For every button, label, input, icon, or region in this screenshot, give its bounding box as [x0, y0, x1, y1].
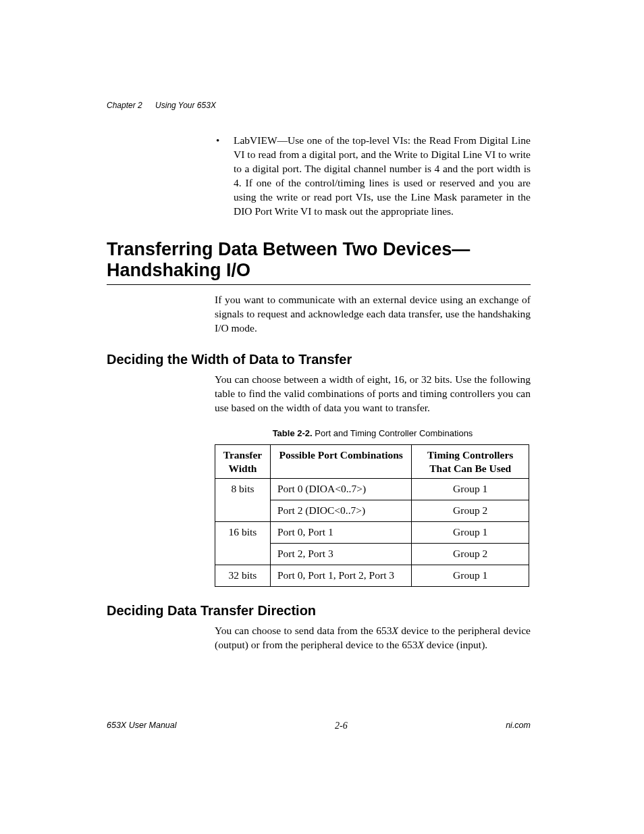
sub1-body-block: You can choose between a width of eight,…: [215, 373, 531, 587]
content: LabVIEW—Use one of the top-level VIs: th…: [107, 134, 531, 652]
cell-width: 16 bits: [215, 521, 271, 565]
subsection-title-width: Deciding the Width of Data to Transfer: [107, 350, 531, 369]
th-transfer-width: Transfer Width: [215, 445, 271, 479]
table-row: 32 bits Port 0, Port 1, Port 2, Port 3 G…: [215, 565, 529, 586]
chapter-number: Chapter 2: [107, 101, 142, 110]
cell-width: 8 bits: [215, 479, 271, 522]
cell-tc: Group 1: [412, 521, 529, 543]
th-timing-controllers: Timing Controllers That Can Be Used: [412, 445, 529, 479]
cell-tc: Group 2: [412, 500, 529, 522]
port-timing-table: Transfer Width Possible Port Combination…: [215, 444, 529, 586]
cell-ports: Port 0, Port 1, Port 2, Port 3: [270, 565, 411, 586]
cell-tc: Group 1: [412, 479, 529, 500]
section-intro: If you want to communicate with an exter…: [215, 293, 531, 336]
bullet-list: LabVIEW—Use one of the top-level VIs: th…: [215, 134, 531, 219]
table-caption: Table 2-2. Port and Timing Controller Co…: [215, 427, 531, 440]
section-intro-block: If you want to communicate with an exter…: [215, 293, 531, 336]
cell-ports: Port 2, Port 3: [270, 543, 411, 565]
bullet-item-labview: LabVIEW—Use one of the top-level VIs: th…: [215, 134, 531, 219]
italic-x: X: [392, 625, 398, 636]
sub1-body: You can choose between a width of eight,…: [215, 373, 531, 415]
th-possible-ports: Possible Port Combinations: [270, 445, 411, 479]
cell-tc: Group 1: [412, 565, 529, 586]
table-row: 16 bits Port 0, Port 1 Group 1: [215, 521, 529, 543]
page-footer: 653X User Manual 2-6 ni.com: [107, 720, 531, 733]
sub2-body-pre: You can choose to send data from the 653: [215, 625, 392, 636]
table-caption-text-value: Port and Timing Controller Combinations: [315, 428, 473, 438]
running-header: Chapter 2 Using Your 653X: [107, 100, 216, 111]
cell-ports: Port 0 (DIOA<0..7>): [270, 479, 411, 500]
cell-ports: Port 0, Port 1: [270, 521, 411, 543]
cell-width: 32 bits: [215, 565, 271, 586]
cell-ports: Port 2 (DIOC<0..7>): [270, 500, 411, 522]
footer-page-number: 2-6: [335, 720, 348, 733]
section-title-handshaking: Transferring Data Between Two Devices—Ha…: [107, 239, 531, 286]
table-header-row: Transfer Width Possible Port Combination…: [215, 445, 529, 479]
cell-tc: Group 2: [412, 543, 529, 565]
table-caption-label: Table 2-2.: [273, 428, 313, 438]
sub2-body-block: You can choose to send data from the 653…: [215, 624, 531, 652]
footer-left: 653X User Manual: [107, 720, 177, 733]
italic-x: X: [417, 639, 423, 650]
bullet-text: LabVIEW—Use one of the top-level VIs: th…: [234, 134, 531, 217]
page: Chapter 2 Using Your 653X LabVIEW—Use on…: [0, 0, 644, 834]
chapter-title: Using Your 653X: [155, 101, 216, 110]
sub2-body: You can choose to send data from the 653…: [215, 624, 531, 652]
sub2-body-post: device (input).: [424, 639, 487, 650]
subsection-title-direction: Deciding Data Transfer Direction: [107, 602, 531, 620]
footer-right: ni.com: [506, 720, 531, 733]
table-row: 8 bits Port 0 (DIOA<0..7>) Group 1: [215, 479, 529, 500]
